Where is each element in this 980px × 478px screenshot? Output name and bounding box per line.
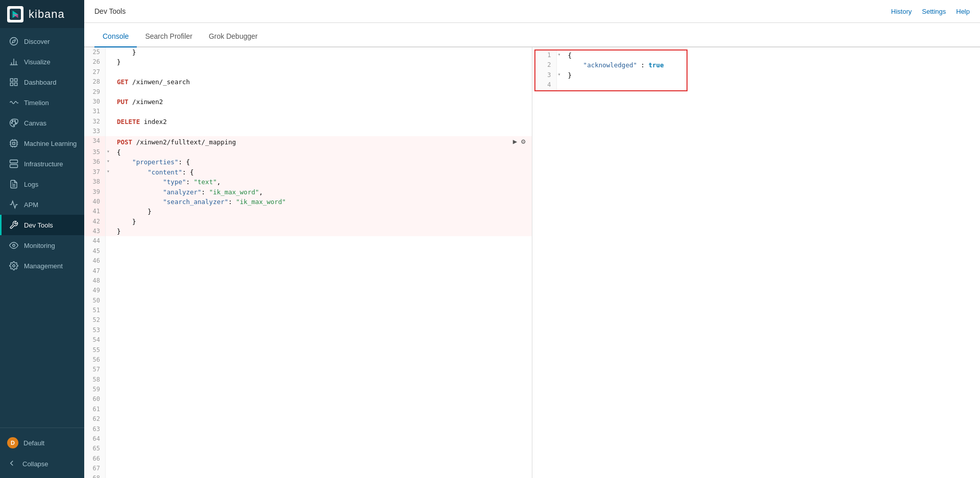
help-button[interactable]: Help	[956, 8, 970, 15]
sidebar-item-dashboard[interactable]: Dashboard	[0, 72, 84, 92]
table-row: 39 "analyzer": "ik_max_word",	[84, 187, 532, 197]
palette-icon	[9, 118, 19, 128]
svg-marker-2	[12, 40, 15, 43]
svg-point-12	[12, 120, 13, 121]
table-row: 57	[84, 365, 532, 374]
pane-divider[interactable]: ⋮	[530, 47, 532, 478]
collapse-item[interactable]: Collapse	[0, 454, 84, 474]
output-highlighted-block: 1 ▾ { 2 "acknowledged" : true 3	[534, 49, 978, 94]
sidebar-item-logs[interactable]: Logs	[0, 174, 84, 194]
table-row: 37 ▾ "content": {	[84, 167, 532, 177]
table-row: 58	[84, 375, 532, 385]
table-row: 61	[84, 405, 532, 414]
page-title: Dev Tools	[94, 7, 126, 15]
sidebar-item-visualize[interactable]: Visualize	[0, 52, 84, 72]
table-row: 43 }	[84, 227, 532, 236]
table-row: 65	[84, 444, 532, 454]
settings-button[interactable]: Settings	[922, 8, 946, 15]
discover-label: Discover	[24, 38, 50, 45]
output-code-lines: 1 ▾ { 2 "acknowledged" : true 3	[535, 51, 687, 90]
user-item[interactable]: D Default	[0, 432, 84, 454]
tab-console[interactable]: Console	[94, 26, 137, 47]
divider-handle-icon: ⋮	[528, 258, 532, 268]
file-text-icon	[9, 179, 19, 189]
timelion-label: Timelion	[24, 99, 49, 107]
table-row: 38 "type": "text",	[84, 177, 532, 187]
sidebar-item-machine-learning[interactable]: Machine Learning	[0, 133, 84, 154]
table-row: 59	[84, 385, 532, 394]
svg-rect-15	[11, 140, 17, 146]
main-content: Dev Tools History Settings Help Console …	[84, 0, 980, 478]
svg-point-14	[15, 122, 16, 123]
management-label: Management	[24, 262, 63, 270]
svg-rect-16	[13, 142, 15, 145]
table-row: 64	[84, 434, 532, 444]
table-row: 50	[84, 296, 532, 306]
run-icon[interactable]: ▶	[513, 136, 517, 147]
table-row: 51	[84, 306, 532, 315]
table-row: 55	[84, 345, 532, 355]
app-title: kibana	[29, 8, 65, 21]
sidebar-item-timelion[interactable]: Timelion	[0, 92, 84, 113]
logs-label: Logs	[24, 181, 38, 188]
table-row: 29	[84, 87, 532, 97]
table-row: 56	[84, 355, 532, 365]
table-row: 25 }	[84, 47, 532, 57]
editor-right-pane: 1 ▾ { 2 "acknowledged" : true 3	[532, 47, 981, 478]
table-row: 31	[84, 107, 532, 116]
table-row: 63	[84, 424, 532, 434]
svg-rect-9	[10, 83, 13, 86]
sidebar-item-infrastructure[interactable]: Infrastructure	[0, 154, 84, 174]
tab-search-profiler[interactable]: Search Profiler	[137, 26, 201, 47]
table-row: 28 GET /xinwen/_search	[84, 77, 532, 87]
table-row: 36 ▾ "properties": {	[84, 157, 532, 167]
table-row: 33	[84, 127, 532, 136]
monitoring-label: Monitoring	[24, 242, 55, 249]
svg-rect-25	[10, 160, 18, 163]
apm-label: APM	[24, 201, 38, 209]
avatar: D	[7, 437, 18, 448]
topbar: Dev Tools History Settings Help	[84, 0, 980, 23]
tab-grok-debugger[interactable]: Grok Debugger	[201, 26, 266, 47]
sidebar-item-monitoring[interactable]: Monitoring	[0, 235, 84, 256]
table-row: 53	[84, 325, 532, 335]
sidebar-item-dev-tools[interactable]: Dev Tools	[0, 215, 84, 235]
history-button[interactable]: History	[891, 8, 912, 15]
table-row: 35 ▾ {	[84, 147, 532, 157]
collapse-label: Collapse	[22, 460, 48, 468]
table-row: 32 DELETE index2	[84, 117, 532, 127]
table-row: 2 "acknowledged" : true	[535, 60, 687, 70]
sidebar-item-canvas[interactable]: Canvas	[0, 113, 84, 133]
grid-icon	[9, 77, 19, 87]
table-row: 42 }	[84, 217, 532, 227]
sidebar-item-management[interactable]: Management	[0, 256, 84, 276]
table-row: 41 }	[84, 207, 532, 216]
code-lines: 25 } 26 } 27	[84, 47, 532, 478]
svg-rect-10	[15, 83, 17, 86]
table-row: 48	[84, 276, 532, 286]
sidebar-item-discover[interactable]: Discover	[0, 31, 84, 52]
sidebar: kibana Discover Visualize	[0, 0, 84, 478]
sidebar-bottom: D Default Collapse	[0, 427, 84, 478]
visualize-label: Visualize	[24, 58, 51, 66]
user-label: Default	[23, 439, 44, 447]
svg-point-1	[10, 38, 18, 45]
table-row: 27	[84, 67, 532, 77]
table-row: 66	[84, 454, 532, 464]
compass-icon	[9, 36, 19, 46]
machine-learning-label: Machine Learning	[24, 140, 77, 147]
editor-area: 25 } 26 } 27	[84, 47, 980, 478]
sidebar-item-apm[interactable]: APM	[0, 194, 84, 215]
svg-rect-8	[15, 79, 17, 81]
tabs-bar: Console Search Profiler Grok Debugger	[84, 23, 980, 47]
table-row: 52	[84, 315, 532, 325]
wrench-action-icon[interactable]: ⚙	[521, 136, 525, 147]
editor-input[interactable]: 25 } 26 } 27	[84, 47, 532, 478]
infrastructure-label: Infrastructure	[24, 160, 63, 168]
table-row: 30 PUT /xinwen2	[84, 97, 532, 107]
table-row: 3 ▾ }	[535, 70, 687, 80]
table-row: 1 ▾ {	[535, 51, 687, 60]
bar-chart-icon	[9, 57, 19, 67]
table-row: 34 POST /xinwen2/fulltext/_mapping ▶ ⚙	[84, 136, 532, 147]
table-row: 68	[84, 473, 532, 478]
